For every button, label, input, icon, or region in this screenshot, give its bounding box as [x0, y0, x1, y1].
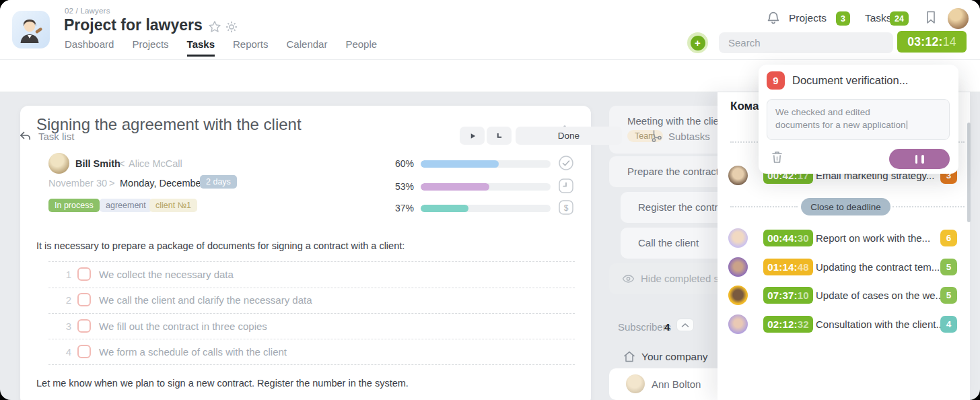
member-task-title[interactable]: Updating the contract tem...	[816, 261, 940, 273]
member-avatar[interactable]	[728, 166, 748, 185]
user-avatar[interactable]	[948, 8, 969, 29]
note-line-2: documents for a new application	[775, 119, 941, 131]
company-group-label[interactable]: Your company	[641, 351, 708, 363]
progress-bar	[421, 205, 551, 212]
dotted-divider	[730, 206, 798, 207]
member-avatar[interactable]	[728, 314, 748, 334]
pause-icon	[915, 155, 918, 164]
done-button[interactable]: Done	[516, 127, 622, 145]
time-seconds: 30	[798, 232, 809, 244]
checklist-item[interactable]: We form a schedule of calls with the cli…	[99, 346, 287, 358]
tag-agreement[interactable]: agreement	[100, 199, 152, 212]
pause-button[interactable]	[889, 149, 950, 169]
subtask-level-button[interactable]	[487, 127, 512, 145]
checklist-checkbox[interactable]	[77, 345, 91, 358]
assignee-name[interactable]: Alice McCall	[129, 158, 182, 169]
time-hm: 07:37:	[767, 290, 798, 301]
subtasks-tree-icon[interactable]	[650, 129, 664, 143]
play-button[interactable]	[460, 127, 485, 145]
nav-tasks[interactable]: Tasks	[187, 38, 215, 57]
tasks-counter-link[interactable]: Tasks	[865, 12, 892, 24]
checklist-item[interactable]: We fill out the contract in three copies	[99, 321, 267, 332]
header: 02 / Lawyers Project for lawyers Dashboa…	[0, 0, 980, 60]
nav-dashboard[interactable]: Dashboard	[65, 38, 114, 57]
member-timer-badge[interactable]: 02:12:32	[763, 316, 813, 333]
global-timer-button[interactable]: 03:12:14	[897, 31, 967, 53]
bell-icon[interactable]	[766, 11, 781, 26]
time-seconds: 10	[798, 290, 809, 301]
checklist-divider	[48, 261, 575, 262]
checklist-checkbox[interactable]	[77, 319, 91, 333]
projects-count-badge[interactable]: 3	[836, 11, 850, 26]
tag-client[interactable]: client №1	[149, 199, 197, 212]
nav-calendar[interactable]: Calendar	[287, 38, 328, 57]
progress-bar	[421, 160, 551, 168]
subscribers-label: Subscribers	[618, 321, 671, 333]
status-badge[interactable]: In process	[48, 199, 100, 212]
task-count-badge: 6	[940, 230, 957, 246]
checklist-divider	[48, 313, 575, 314]
subtask-title: Call the client	[638, 237, 699, 248]
back-arrow-icon[interactable]	[18, 129, 32, 143]
date-to[interactable]: Monday, December 9	[120, 178, 213, 189]
progress-percent: 37%	[357, 203, 414, 213]
pause-icon	[921, 155, 924, 164]
timer-note-input[interactable]: We checked and edited documents for a ne…	[767, 99, 950, 140]
member-timer-badge[interactable]: 01:14:48	[763, 259, 813, 275]
progress-percent: 60%	[357, 158, 414, 169]
dollar-icon[interactable]: $	[559, 200, 573, 215]
member-timer-badge[interactable]: 07:37:10	[763, 287, 813, 304]
collapse-subscribers-button[interactable]	[676, 319, 694, 331]
assigner-name[interactable]: Bill Smith	[75, 158, 120, 169]
nav-people[interactable]: People	[345, 38, 377, 57]
member-avatar[interactable]	[728, 286, 748, 305]
checklist-divider	[48, 288, 575, 288]
dotted-divider	[893, 206, 965, 207]
trash-icon[interactable]	[771, 150, 783, 164]
back-to-task-list[interactable]: Task list	[38, 131, 74, 142]
checklist-item[interactable]: We collect the necessary data	[99, 269, 234, 280]
assigner-avatar[interactable]	[48, 153, 69, 174]
check-circle-icon[interactable]	[559, 156, 573, 170]
add-button[interactable]: +	[687, 32, 708, 53]
clock-icon[interactable]	[559, 178, 573, 193]
search-input[interactable]: Search	[719, 32, 893, 53]
sidebar-scrollbar[interactable]	[967, 123, 971, 222]
date-from[interactable]: November 30	[48, 178, 107, 189]
progress-bar	[421, 183, 551, 191]
member-task-title[interactable]: Update of cases on the we...	[816, 290, 944, 301]
checklist-divider	[48, 364, 575, 365]
time-hm: 00:44:	[767, 232, 798, 244]
nav-projects[interactable]: Projects	[132, 38, 168, 57]
subscriber-name: Ann Bolton	[652, 378, 701, 390]
star-icon[interactable]	[208, 20, 221, 34]
member-task-title[interactable]: Report on work with the...	[816, 232, 930, 244]
checklist-checkbox[interactable]	[77, 293, 91, 306]
member-avatar[interactable]	[728, 257, 748, 277]
checklist-item[interactable]: We call the client and clarify the neces…	[99, 294, 312, 306]
time-hm: 01:14:	[767, 261, 798, 273]
bookmark-icon[interactable]	[924, 9, 938, 26]
assign-arrow: <	[119, 158, 125, 169]
subtasks-label[interactable]: Subtasks	[668, 131, 710, 142]
member-timer-badge[interactable]: 00:44:30	[763, 230, 813, 246]
projects-counter-link[interactable]: Projects	[789, 12, 827, 24]
note-line-1: We checked and edited	[775, 106, 941, 119]
subscriber-avatar	[626, 374, 645, 393]
breadcrumb[interactable]: 02 / Lawyers	[65, 7, 110, 15]
task-title: Signing the agreement with the client	[36, 115, 302, 134]
popup-count-badge: 9	[767, 71, 785, 90]
progress-fill	[421, 160, 499, 168]
gear-icon[interactable]	[225, 21, 238, 33]
checklist-divider	[48, 339, 575, 339]
member-avatar[interactable]	[728, 228, 748, 248]
nav-reports[interactable]: Reports	[233, 38, 269, 57]
checklist-checkbox[interactable]	[77, 267, 91, 281]
member-task-title[interactable]: Consultation with the client...	[816, 319, 944, 330]
l-shape-icon	[494, 131, 505, 141]
close-to-deadline-pill: Close to deadline	[801, 198, 890, 215]
project-logo[interactable]	[12, 11, 50, 48]
time-seconds: 48	[798, 261, 809, 273]
tasks-count-badge[interactable]: 24	[890, 11, 909, 26]
timer-seconds: 14	[943, 35, 956, 49]
